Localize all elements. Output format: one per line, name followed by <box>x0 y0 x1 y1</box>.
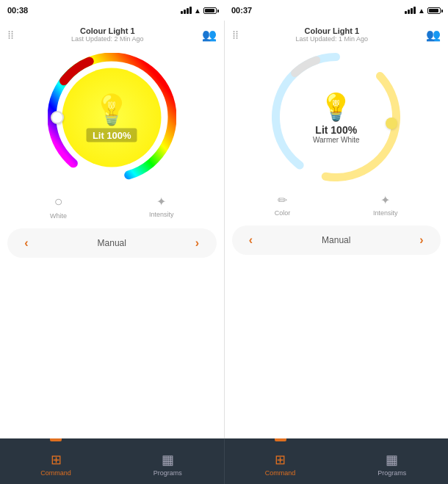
left-nav-half: ⊞ Command ▦ Programs <box>0 438 224 484</box>
left-command-icon: ⊞ <box>51 452 62 468</box>
right-device-name: Colour Light 1 <box>238 26 427 35</box>
right-time: 00:37 <box>231 6 252 15</box>
right-programs-label: Programs <box>377 469 406 477</box>
right-color-control[interactable]: ✏ Color <box>275 193 291 217</box>
right-header-title: Colour Light 1 Last Updated: 1 Min Ago <box>238 26 427 43</box>
right-command-icon: ⊞ <box>275 452 286 468</box>
left-signal-icon <box>181 7 192 14</box>
right-lit-text: Lit 100% <box>315 123 357 135</box>
right-header: ⁞⁞ Colour Light 1 Last Updated: 1 Min Ag… <box>225 21 449 47</box>
left-manual-label: Manual <box>43 238 181 248</box>
status-bars: 00:38 ▲ 00:37 ▲ <box>0 0 448 21</box>
bottom-nav: ⊞ Command ▦ Programs ⊞ Command ▦ Program… <box>0 438 448 484</box>
right-intensity-control[interactable]: ✦ Intensity <box>373 193 398 217</box>
main-content: ⁞⁞ Colour Light 1 Last Updated: 2 Min Ag… <box>0 21 448 438</box>
right-intensity-label: Intensity <box>373 209 398 217</box>
left-white-icon: ○ <box>54 193 62 210</box>
right-manual-row: ‹ Manual › <box>232 225 441 255</box>
left-menu-icon[interactable]: ⁞⁞ <box>7 28 13 42</box>
left-dial-container[interactable]: 💡 Lit 100% <box>48 53 176 181</box>
left-controls-row: ○ White ✦ Intensity <box>0 189 224 224</box>
right-manual-label: Manual <box>267 235 406 245</box>
right-warm-text: Warmer White <box>313 135 360 143</box>
right-command-nav-item[interactable]: ⊞ Command <box>225 446 336 477</box>
right-status-icons: ▲ <box>405 7 441 15</box>
left-battery-icon <box>203 7 217 14</box>
right-panel: ⁞⁞ Colour Light 1 Last Updated: 1 Min Ag… <box>225 21 449 438</box>
right-color-label: Color <box>275 209 291 217</box>
left-status-bar: 00:38 ▲ <box>0 0 224 21</box>
left-header-title: Colour Light 1 Last Updated: 2 Min Ago <box>13 26 202 43</box>
left-lit-text: Lit 100% <box>87 129 137 142</box>
left-time: 00:38 <box>7 6 28 15</box>
right-wifi-icon: ▲ <box>418 7 425 15</box>
right-color-selector-dot[interactable] <box>386 118 397 129</box>
left-next-button[interactable]: › <box>189 234 206 252</box>
left-programs-icon: ▦ <box>162 452 174 468</box>
left-white-label: White <box>50 212 67 220</box>
left-bulb-circle: 💡 Lit 100% <box>62 68 162 167</box>
left-manual-row: ‹ Manual › <box>7 228 217 258</box>
right-menu-icon[interactable]: ⁞⁞ <box>232 28 238 42</box>
right-programs-nav-item[interactable]: ▦ Programs <box>336 446 448 477</box>
right-status-bar: 00:37 ▲ <box>224 0 448 21</box>
right-active-indicator <box>275 438 286 441</box>
left-programs-label: Programs <box>153 469 182 477</box>
left-programs-nav-item[interactable]: ▦ Programs <box>112 446 223 477</box>
left-bulb-icon: 💡 <box>93 93 130 127</box>
right-intensity-icon: ✦ <box>380 193 390 207</box>
right-next-button[interactable]: › <box>413 231 430 249</box>
right-programs-icon: ▦ <box>386 452 398 468</box>
right-last-updated: Last Updated: 1 Min Ago <box>238 35 427 43</box>
left-status-icons: ▲ <box>181 7 217 15</box>
right-color-icon: ✏ <box>278 193 287 207</box>
right-bulb-icon: 💡 <box>319 91 353 122</box>
left-command-nav-item[interactable]: ⊞ Command <box>0 446 112 477</box>
left-intensity-control[interactable]: ✦ Intensity <box>149 195 174 218</box>
left-white-control[interactable]: ○ White <box>50 193 67 220</box>
left-active-indicator <box>50 438 62 441</box>
left-last-updated: Last Updated: 2 Min Ago <box>13 35 202 43</box>
right-bulb-circle: 💡 Lit 100% Warmer White <box>286 68 386 167</box>
right-battery-icon <box>427 7 441 14</box>
right-signal-icon <box>405 7 416 14</box>
left-color-selector-dot[interactable] <box>51 111 64 124</box>
left-person-icon[interactable]: 👥 <box>202 28 217 42</box>
left-wifi-icon: ▲ <box>194 7 201 15</box>
left-intensity-label: Intensity <box>149 211 174 218</box>
right-command-label: Command <box>265 469 296 477</box>
left-panel: ⁞⁞ Colour Light 1 Last Updated: 2 Min Ag… <box>0 21 225 438</box>
right-dial-container[interactable]: 💡 Lit 100% Warmer White <box>272 53 400 181</box>
left-prev-button[interactable]: ‹ <box>18 234 35 252</box>
left-header: ⁞⁞ Colour Light 1 Last Updated: 2 Min Ag… <box>0 21 224 47</box>
right-prev-button[interactable]: ‹ <box>242 231 260 249</box>
left-intensity-icon: ✦ <box>156 195 166 209</box>
left-device-name: Colour Light 1 <box>13 26 202 35</box>
left-command-label: Command <box>40 469 71 477</box>
right-nav-half: ⊞ Command ▦ Programs <box>224 438 449 484</box>
right-controls-row: ✏ Color ✦ Intensity <box>225 189 449 221</box>
right-person-icon[interactable]: 👥 <box>426 28 441 42</box>
